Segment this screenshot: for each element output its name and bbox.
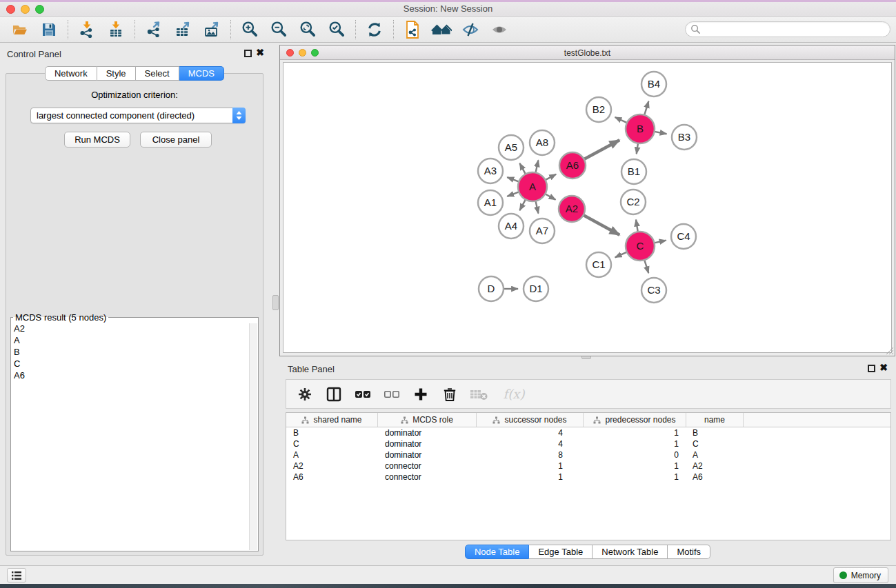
- result-item-a6[interactable]: A6: [11, 369, 258, 381]
- deselect-all-button[interactable]: [383, 385, 401, 403]
- table-cell[interactable]: 1: [477, 460, 584, 472]
- tab-mcds[interactable]: MCDS: [179, 66, 224, 81]
- table-cell[interactable]: A6: [286, 472, 378, 483]
- close-panel-icon[interactable]: ✖: [256, 47, 264, 58]
- delete-table-button[interactable]: [470, 385, 488, 403]
- table-cell[interactable]: 1: [584, 427, 686, 438]
- resize-grip-icon[interactable]: [885, 346, 894, 355]
- float-panel-icon[interactable]: [244, 50, 252, 57]
- add-column-button[interactable]: [412, 385, 430, 403]
- result-item-a[interactable]: A: [11, 334, 258, 346]
- graph-edge-A-A3[interactable]: [507, 177, 519, 181]
- graph-edge-A-A5[interactable]: [519, 163, 526, 174]
- graph-edge-B-B2[interactable]: [615, 117, 627, 123]
- table-cell[interactable]: C: [286, 438, 378, 449]
- network-from-file-button[interactable]: [398, 18, 427, 41]
- table-cell[interactable]: A2: [686, 460, 744, 472]
- graph-edge-A2-C[interactable]: [584, 215, 619, 235]
- table-row-b[interactable]: Bdominator41B: [286, 427, 890, 438]
- zoom-out-button[interactable]: [264, 18, 293, 41]
- import-network-button[interactable]: [72, 18, 101, 41]
- search-box[interactable]: [685, 21, 890, 37]
- open-session-button[interactable]: [6, 18, 34, 41]
- tab-network-table[interactable]: Network Table: [593, 545, 668, 559]
- vertical-splitter-handle[interactable]: [272, 295, 279, 310]
- table-settings-button[interactable]: [296, 385, 314, 403]
- graph-edge-A-A7[interactable]: [535, 201, 538, 214]
- table-cell[interactable]: 1: [584, 460, 686, 472]
- export-network-button[interactable]: [139, 18, 168, 41]
- table-cell[interactable]: dominator: [378, 427, 477, 438]
- tab-style[interactable]: Style: [97, 66, 136, 81]
- table-row-a6[interactable]: A6connector11A6: [286, 472, 890, 483]
- graph-edge-A-A6[interactable]: [546, 174, 557, 180]
- graph-edge-A-A4[interactable]: [519, 199, 526, 210]
- show-columns-button[interactable]: [325, 385, 343, 403]
- column-header-predecessor-nodes[interactable]: predecessor nodes: [584, 413, 686, 427]
- result-item-b[interactable]: B: [11, 346, 258, 358]
- table-cell[interactable]: 4: [477, 427, 584, 438]
- tab-network[interactable]: Network: [45, 66, 97, 81]
- result-item-c[interactable]: C: [11, 358, 258, 369]
- table-row-a[interactable]: Adominator80A: [286, 449, 890, 460]
- table-cell[interactable]: B: [286, 427, 378, 438]
- save-session-button[interactable]: [34, 18, 63, 41]
- table-cell[interactable]: 0: [584, 449, 686, 460]
- graph-edge-B-B1[interactable]: [637, 143, 638, 154]
- show-panels-button[interactable]: [485, 18, 514, 41]
- graph-edge-C-C2[interactable]: [636, 220, 638, 232]
- table-cell[interactable]: A: [286, 449, 378, 460]
- graph-edge-C-C3[interactable]: [644, 260, 648, 273]
- column-header-MCDS-role[interactable]: MCDS role: [378, 413, 477, 427]
- export-image-button[interactable]: [197, 18, 226, 41]
- graph-edge-A-A2[interactable]: [545, 194, 555, 200]
- import-table-button[interactable]: [101, 18, 130, 41]
- table-cell[interactable]: dominator: [378, 449, 477, 460]
- hide-panels-button[interactable]: [456, 18, 485, 41]
- mcds-result-list[interactable]: A2ABCA6: [11, 323, 258, 381]
- table-header-row[interactable]: shared nameMCDS rolesuccessor nodesprede…: [286, 413, 890, 427]
- close-table-panel-icon[interactable]: ✖: [879, 362, 888, 373]
- tab-edge-table[interactable]: Edge Table: [529, 545, 593, 559]
- graph-edge-C-C1[interactable]: [615, 252, 627, 258]
- graph-edge-A6-B[interactable]: [584, 140, 619, 159]
- close-panel-button[interactable]: Close panel: [140, 132, 212, 148]
- table-cell[interactable]: B: [686, 427, 744, 438]
- result-scrollbar[interactable]: [249, 323, 257, 550]
- network-canvas[interactable]: AA1A2A3A4A5A6A7A8BB1B2B3B4CC1C2C3C4DD1: [283, 62, 892, 353]
- apply-layout-button[interactable]: [360, 18, 389, 41]
- table-cell[interactable]: C: [686, 438, 744, 449]
- table-row-a2[interactable]: A2connector11A2: [286, 460, 890, 472]
- tab-select[interactable]: Select: [136, 66, 179, 81]
- graph-edge-B-B3[interactable]: [655, 132, 667, 134]
- network-window-titlebar[interactable]: testGlobe.txt: [280, 45, 895, 60]
- float-table-panel-icon[interactable]: [868, 365, 875, 372]
- table-cell[interactable]: A: [686, 449, 744, 460]
- table-cell[interactable]: 1: [584, 438, 686, 449]
- memory-button[interactable]: Memory: [833, 567, 888, 583]
- function-builder-button[interactable]: f(x): [499, 385, 529, 403]
- table-cell[interactable]: 4: [477, 438, 584, 449]
- column-header-successor-nodes[interactable]: successor nodes: [477, 413, 584, 427]
- graph-edge-A-A8[interactable]: [535, 160, 538, 172]
- tab-node-table[interactable]: Node Table: [465, 545, 530, 559]
- table-cell[interactable]: 1: [477, 472, 584, 483]
- graph-edge-A-A1[interactable]: [507, 192, 519, 196]
- zoom-selected-button[interactable]: [322, 18, 351, 41]
- table-cell[interactable]: connector: [378, 472, 477, 483]
- export-table-button[interactable]: [168, 18, 197, 41]
- search-input[interactable]: [701, 23, 890, 36]
- show-panel-list-button[interactable]: [7, 568, 26, 582]
- column-header-shared-name[interactable]: shared name: [286, 413, 378, 427]
- run-mcds-button[interactable]: Run MCDS: [64, 132, 130, 148]
- select-all-button[interactable]: [354, 385, 372, 403]
- tab-motifs[interactable]: Motifs: [668, 545, 710, 559]
- column-header-name[interactable]: name: [686, 413, 744, 427]
- table-cell[interactable]: 8: [477, 449, 584, 460]
- delete-column-button[interactable]: [441, 385, 459, 403]
- zoom-fit-button[interactable]: [293, 18, 322, 41]
- home-button[interactable]: [427, 18, 456, 41]
- graph-edge-C-C4[interactable]: [654, 241, 666, 243]
- table-cell[interactable]: 1: [584, 472, 686, 483]
- graph-edge-B-B4[interactable]: [644, 101, 648, 115]
